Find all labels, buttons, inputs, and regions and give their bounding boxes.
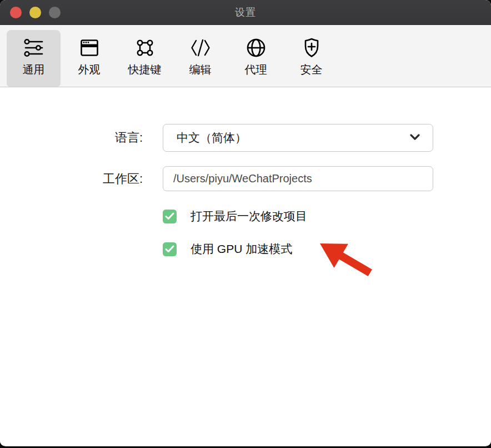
tab-label: 快捷键 — [128, 62, 162, 77]
globe-icon — [244, 36, 268, 60]
titlebar: 设置 — [0, 0, 491, 25]
zoom-button — [49, 7, 61, 18]
traffic-lights — [10, 7, 61, 18]
workspace-label: 工作区: — [0, 171, 143, 187]
tab-label: 通用 — [23, 62, 45, 77]
close-button[interactable] — [10, 7, 22, 18]
app-window-icon — [77, 36, 102, 60]
tab-proxy[interactable]: 代理 — [229, 30, 283, 87]
chevron-down-icon — [409, 133, 420, 143]
sliders-icon — [22, 36, 46, 60]
tab-label: 代理 — [245, 62, 267, 77]
frame-icon — [133, 36, 157, 60]
open-last-project-checkbox[interactable] — [163, 210, 177, 223]
gpu-acceleration-checkbox[interactable] — [163, 242, 177, 256]
workspace-row: 工作区: — [0, 166, 491, 191]
minimize-button[interactable] — [29, 7, 41, 18]
gpu-acceleration-row: 使用 GPU 加速模式 — [0, 242, 491, 256]
tab-label: 安全 — [300, 62, 323, 77]
language-label: 语言: — [0, 130, 143, 146]
language-select[interactable]: 中文（简体） — [163, 124, 433, 152]
tab-shortcuts[interactable]: 快捷键 — [118, 30, 172, 87]
tab-security[interactable]: 安全 — [284, 30, 338, 87]
code-icon — [188, 36, 213, 60]
open-last-project-label: 打开最后一次修改项目 — [191, 208, 307, 224]
tab-label: 外观 — [78, 62, 101, 77]
gpu-acceleration-label: 使用 GPU 加速模式 — [191, 241, 292, 257]
general-settings-panel: 语言: 中文（简体） 工作区: — [0, 87, 491, 446]
settings-toolbar: 通用 外观 — [0, 25, 491, 87]
language-row: 语言: 中文（简体） — [0, 124, 491, 152]
shield-plus-icon — [299, 36, 324, 60]
tab-edit[interactable]: 编辑 — [173, 30, 227, 87]
tab-appearance[interactable]: 外观 — [62, 30, 116, 87]
window-title: 设置 — [235, 6, 256, 19]
tab-general[interactable]: 通用 — [7, 30, 61, 87]
open-last-project-row: 打开最后一次修改项目 — [0, 209, 491, 223]
workspace-input[interactable] — [163, 166, 433, 191]
language-select-value: 中文（简体） — [177, 130, 409, 146]
settings-window: 设置 通用 外观 — [0, 0, 491, 446]
tab-label: 编辑 — [189, 62, 212, 77]
